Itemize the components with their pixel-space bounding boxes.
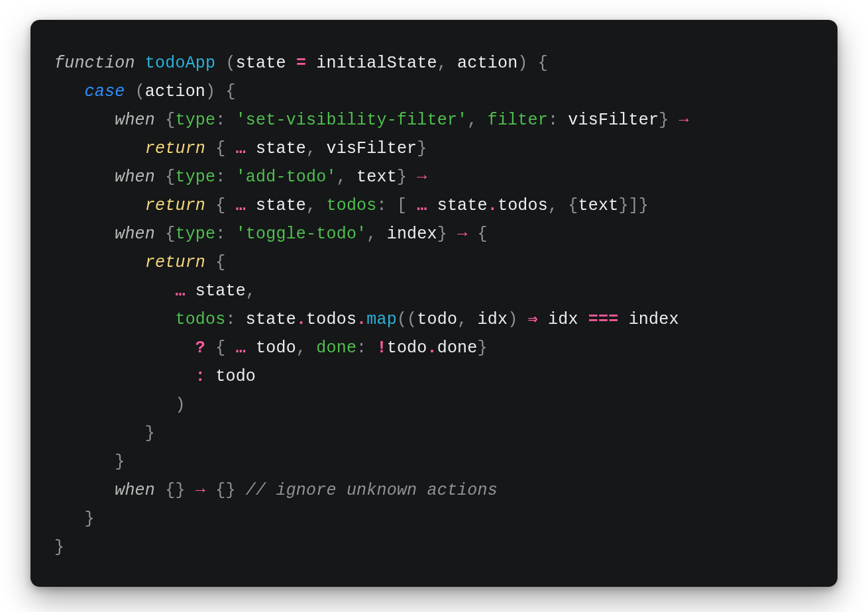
token-id: [306, 338, 316, 358]
token-id: [225, 225, 235, 244]
token-id: text: [578, 196, 619, 215]
token-punc: (: [225, 54, 235, 73]
token-punc: :: [225, 310, 235, 329]
token-punc: {: [215, 196, 225, 215]
token-op: !: [377, 338, 387, 358]
token-punc: ,: [437, 54, 447, 73]
token-id: visFilter: [558, 111, 659, 130]
token-punc: {: [225, 82, 235, 101]
token-op: …: [236, 196, 246, 215]
token-punc: ,: [296, 338, 306, 358]
token-id: [54, 424, 145, 443]
token-prop: type: [175, 168, 215, 187]
token-id: idx: [538, 310, 588, 329]
token-punc: [: [397, 196, 407, 215]
token-id: state: [246, 139, 306, 158]
token-punc: {}: [215, 481, 235, 500]
token-op: :: [195, 367, 205, 386]
token-punc: ,: [548, 196, 558, 215]
token-punc: {: [165, 111, 175, 130]
token-op: →: [195, 481, 205, 500]
token-punc: {: [165, 225, 175, 244]
token-id: [155, 481, 165, 500]
token-punc: {: [568, 196, 578, 215]
token-id: [54, 139, 145, 158]
token-punc: }: [397, 168, 407, 187]
token-id: [54, 395, 175, 415]
token-id: [316, 196, 326, 215]
token-punc: }: [145, 424, 155, 443]
token-id: [54, 111, 115, 130]
token-id: todo: [246, 338, 296, 358]
token-kw: when: [115, 111, 155, 130]
token-id: [215, 54, 225, 73]
token-id: [54, 481, 115, 500]
token-id: done: [437, 338, 478, 358]
token-id: text: [347, 168, 397, 187]
token-id: [558, 196, 568, 215]
token-id: state: [186, 281, 246, 301]
token-id: [447, 225, 457, 244]
token-punc: (: [135, 82, 145, 101]
token-punc: }: [659, 111, 669, 130]
token-op: ===: [588, 310, 619, 329]
token-op: ⇒: [528, 310, 538, 329]
token-punc: {: [215, 253, 225, 272]
token-punc: ,: [246, 281, 256, 301]
token-op: …: [236, 338, 246, 358]
token-op: =: [296, 54, 306, 73]
token-id: [205, 481, 215, 500]
token-punc: ): [517, 54, 527, 73]
token-op: …: [175, 281, 185, 301]
token-id: [54, 452, 115, 472]
token-kw: when: [115, 481, 155, 500]
token-op: →: [457, 225, 467, 244]
token-id: state: [236, 54, 296, 73]
token-id: [54, 82, 85, 101]
token-punc: ((: [397, 310, 417, 329]
token-id: [205, 338, 215, 358]
token-id: [54, 225, 115, 244]
token-punc: }: [478, 338, 488, 358]
token-id: action: [447, 54, 517, 73]
token-prop: type: [175, 225, 215, 244]
token-id: [467, 225, 477, 244]
token-prop: type: [175, 111, 215, 130]
token-punc: ,: [457, 310, 467, 329]
token-punc: {: [538, 54, 548, 73]
token-id: state: [427, 196, 488, 215]
token-str: 'toggle-todo': [236, 225, 367, 244]
token-id: [155, 111, 165, 130]
token-id: index: [377, 225, 437, 244]
token-op: ?: [195, 338, 205, 358]
token-id: todo: [205, 367, 256, 386]
token-cmnt: // ignore unknown actions: [246, 481, 498, 500]
token-punc: :: [356, 338, 366, 358]
token-id: [478, 111, 488, 130]
token-punc: :: [548, 111, 558, 130]
token-punc: {: [478, 225, 488, 244]
token-op: .: [488, 196, 498, 215]
token-id: [54, 509, 85, 529]
token-case: case: [85, 82, 125, 101]
token-id: [225, 196, 235, 215]
token-punc: }: [417, 139, 427, 158]
token-id: [528, 54, 538, 73]
token-id: action: [145, 82, 205, 101]
token-punc: :: [215, 225, 225, 244]
token-id: [54, 367, 195, 386]
token-id: [225, 111, 235, 130]
token-kw: function: [54, 54, 135, 73]
token-id: [215, 82, 225, 101]
code-block: function todoApp (state = initialState, …: [54, 49, 814, 562]
token-punc: ): [508, 310, 517, 329]
token-ret: return: [145, 139, 205, 158]
token-id: [54, 253, 145, 272]
token-op: …: [236, 139, 246, 158]
token-punc: ,: [337, 168, 347, 187]
token-str: 'set-visibility-filter': [236, 111, 468, 130]
token-id: [366, 338, 376, 358]
token-id: visFilter: [316, 139, 417, 158]
token-ret: return: [145, 196, 205, 215]
token-kw: when: [115, 225, 155, 244]
